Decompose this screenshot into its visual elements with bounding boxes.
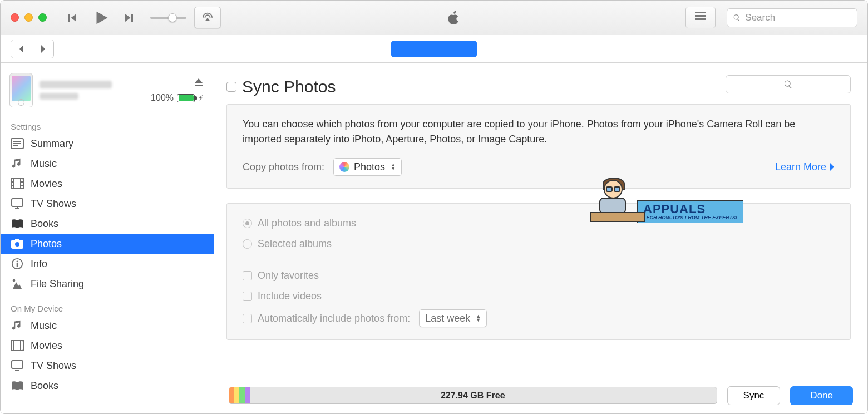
- nav-row: [1, 35, 867, 63]
- nav-back-forward: [11, 40, 54, 58]
- window-traffic-lights: [11, 13, 47, 22]
- sidebar-item-label: TV Shows: [31, 360, 76, 372]
- page-title: Sync Photos: [242, 77, 336, 96]
- free-space-label: 227.94 GB Free: [441, 391, 505, 401]
- sidebar-item-summary[interactable]: Summary: [1, 134, 214, 154]
- photos-icon: [11, 238, 24, 250]
- playback-controls: [63, 9, 138, 26]
- music-icon: [11, 157, 24, 170]
- svg-rect-19: [15, 239, 19, 241]
- learn-more-link[interactable]: Learn More: [775, 160, 835, 175]
- option-include-videos[interactable]: Include videos: [243, 289, 835, 304]
- lcd-display: [221, 1, 685, 35]
- device-header[interactable]: 100% ⚡︎: [1, 68, 214, 112]
- copy-from-label: Copy photos from:: [243, 160, 324, 175]
- sidebar-item-filesharing[interactable]: File Sharing: [1, 274, 214, 294]
- sidebar-device-tvshows[interactable]: TV Shows: [1, 356, 214, 376]
- svg-rect-8: [11, 179, 14, 189]
- sidebar-device-music[interactable]: Music: [1, 316, 214, 336]
- titlebar: [1, 1, 867, 35]
- eject-icon[interactable]: [194, 77, 204, 87]
- nav-forward-button[interactable]: [32, 40, 53, 58]
- previous-track-button[interactable]: [63, 9, 80, 26]
- device-tab[interactable]: [391, 41, 477, 57]
- sidebar-item-label: Movies: [31, 178, 62, 190]
- volume-slider[interactable]: [150, 17, 186, 19]
- sidebar-item-music[interactable]: Music: [1, 154, 214, 174]
- sidebar-item-label: Photos: [31, 238, 62, 250]
- option-only-favorites[interactable]: Only favorites: [243, 268, 835, 283]
- checkbox-icon: [243, 292, 252, 301]
- sync-photos-checkbox[interactable]: [226, 82, 236, 92]
- device-thumbnail-icon: [9, 73, 33, 107]
- filesharing-icon: [11, 278, 24, 290]
- svg-rect-24: [11, 341, 23, 351]
- watermark: APPUALS TECH HOW-TO'S FROM THE EXPERTS!: [593, 179, 743, 223]
- next-track-button[interactable]: [121, 9, 138, 26]
- play-button[interactable]: [92, 9, 109, 26]
- svg-rect-22: [17, 263, 18, 267]
- sidebar-item-label: Books: [31, 380, 58, 392]
- tv-icon: [11, 359, 24, 372]
- sync-button[interactable]: Sync: [727, 386, 781, 405]
- apple-logo-icon: [446, 9, 461, 27]
- sidebar-item-label: Summary: [31, 138, 73, 150]
- svg-rect-0: [695, 12, 706, 13]
- search-box[interactable]: [727, 8, 857, 27]
- radio-icon: [243, 219, 252, 228]
- svg-rect-1: [695, 15, 706, 17]
- svg-rect-14: [12, 199, 23, 206]
- option-selected-albums[interactable]: Selected albums: [243, 236, 835, 252]
- checkbox-icon: [243, 314, 252, 323]
- view-list-button[interactable]: [685, 7, 716, 28]
- battery-icon: [177, 94, 195, 102]
- svg-rect-25: [11, 341, 14, 351]
- sidebar-device-movies[interactable]: Movies: [1, 336, 214, 356]
- photos-app-icon: [339, 162, 349, 172]
- svg-point-21: [17, 260, 18, 262]
- filter-search-box[interactable]: [726, 75, 851, 93]
- summary-icon: [11, 137, 24, 150]
- battery-percent-label: 100%: [151, 93, 174, 103]
- close-button[interactable]: [11, 13, 19, 22]
- right-controls: [685, 7, 857, 28]
- nav-back-button[interactable]: [11, 40, 32, 58]
- auto-include-picker[interactable]: Last week ▲▼: [419, 309, 487, 327]
- svg-rect-2: [695, 18, 706, 20]
- movies-icon: [11, 178, 24, 190]
- info-text: You can choose which photos from your co…: [243, 117, 835, 147]
- radio-icon: [243, 239, 252, 249]
- svg-rect-7: [11, 179, 23, 189]
- sidebar-item-movies[interactable]: Movies: [1, 174, 214, 194]
- search-icon: [783, 80, 793, 89]
- sidebar-item-photos[interactable]: Photos: [1, 234, 214, 254]
- sidebar-section-settings: Settings: [1, 112, 214, 134]
- checkbox-icon: [243, 271, 252, 280]
- sidebar-section-device: On My Device: [1, 294, 214, 316]
- sidebar-item-books[interactable]: Books: [1, 214, 214, 234]
- done-button[interactable]: Done: [790, 386, 853, 405]
- sidebar-item-info[interactable]: Info: [1, 254, 214, 274]
- sidebar-device-books[interactable]: Books: [1, 376, 214, 396]
- copy-from-picker[interactable]: Photos ▲▼: [333, 158, 402, 176]
- music-icon: [11, 319, 24, 332]
- minimize-button[interactable]: [24, 13, 33, 22]
- airplay-button[interactable]: [194, 7, 221, 28]
- sidebar-item-label: Movies: [31, 340, 62, 352]
- svg-rect-26: [21, 341, 23, 351]
- footer-bar: 227.94 GB Free Sync Done: [214, 376, 867, 414]
- option-auto-include[interactable]: Automatically include photos from: Last …: [243, 309, 835, 327]
- sidebar-item-label: File Sharing: [31, 278, 84, 290]
- maximize-button[interactable]: [38, 13, 47, 22]
- svg-rect-9: [21, 179, 23, 189]
- svg-point-23: [13, 279, 16, 282]
- sidebar-item-label: Music: [31, 158, 57, 170]
- option-all-photos[interactable]: All photos and albums: [243, 216, 835, 231]
- copy-from-value: Photos: [354, 160, 385, 175]
- chevron-right-icon: [830, 163, 835, 171]
- capacity-bar[interactable]: 227.94 GB Free: [229, 387, 717, 404]
- charging-icon: ⚡︎: [198, 93, 204, 102]
- sidebar-item-tvshows[interactable]: TV Shows: [1, 194, 214, 214]
- body: 100% ⚡︎ Settings Summary Music Movies TV…: [1, 63, 867, 414]
- search-input[interactable]: [745, 12, 851, 23]
